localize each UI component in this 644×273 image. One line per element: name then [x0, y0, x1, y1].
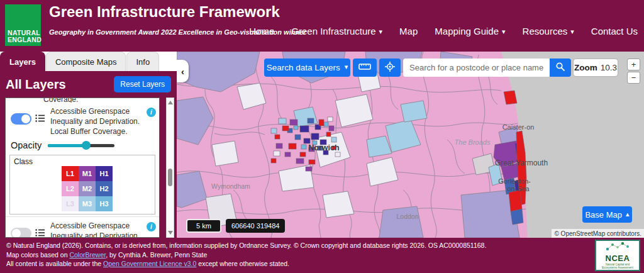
zoom-label: Zoom: [574, 63, 597, 72]
footer-line2-suffix: , by Cynthia A. Brewer, Penn State: [106, 251, 207, 259]
zoom-value: 10.3: [601, 63, 617, 72]
map-label-caister: Caister-on: [502, 123, 535, 131]
nav-mapping-guide[interactable]: Mapping Guide: [435, 26, 505, 36]
clipped-layer-text: Coverage.: [43, 98, 159, 103]
nav-contact-us[interactable]: Contact Us: [591, 26, 638, 36]
layer-list-icon[interactable]: [35, 114, 45, 125]
search-icon: [555, 62, 565, 74]
ncea-network-icon: [604, 242, 631, 254]
opacity-slider[interactable]: [48, 141, 114, 150]
layer-list-icon[interactable]: [35, 228, 45, 238]
class-cell-l2: L2: [62, 181, 79, 196]
class-cell-m3: M3: [79, 196, 96, 211]
panel-scrollbar[interactable]: [166, 98, 174, 238]
ncea-acronym: NCEA: [606, 255, 630, 262]
ogl-licence-link[interactable]: Open Government Licence v3.0: [103, 260, 196, 267]
app-window: NATURAL ENGLAND Green Infrastructure Fra…: [0, 0, 644, 273]
measure-tool-button[interactable]: [353, 58, 377, 77]
layers-panel: Layers Composite Maps Info All Layers Re…: [0, 52, 177, 238]
class-cell-m1: M1: [79, 166, 96, 181]
footer-line3: All content is available under the Open …: [6, 259, 638, 269]
class-cell-h3: H3: [96, 196, 113, 211]
page-title: Green Infrastructure Framework: [49, 3, 280, 21]
nav-home[interactable]: Home: [249, 26, 274, 36]
reset-layers-button[interactable]: Reset Layers: [114, 76, 171, 92]
class-cell-m2: M2: [79, 181, 96, 196]
colorbrewer-link[interactable]: ColorBrewer: [69, 251, 106, 259]
ncea-logo: NCEA Natural Capital and Ecosystems Asse…: [595, 240, 640, 271]
footer-line3-suffix: except where otherwise stated.: [196, 260, 289, 267]
map-label-wymondham: Wymondham: [211, 182, 250, 190]
map-label-great-yarmouth: Great Yarmouth: [495, 159, 548, 167]
footer-line3-prefix: All content is available under the: [6, 260, 103, 267]
footer-line2: Map colors based on ColorBrewer, by Cynt…: [6, 250, 638, 260]
panel-title: All Layers: [6, 77, 66, 92]
nav-green-infrastructure[interactable]: Green Infrastructure: [291, 26, 382, 36]
class-cell-h1: H1: [96, 166, 113, 181]
map-label-gorleston-line2: on-Sea: [507, 185, 530, 192]
app-footer: © Natural England (2026). Contains, or i…: [0, 238, 644, 273]
layer-toggle[interactable]: [11, 113, 31, 125]
toggle-knob: [12, 229, 21, 238]
zoom-level-display: Zoom 10.3: [574, 59, 618, 76]
tab-info[interactable]: Info: [126, 52, 159, 71]
layer-name: Accessible Greenspace Inequality and Dep…: [48, 218, 148, 238]
nav-resources[interactable]: Resources: [523, 26, 574, 36]
footer-line2-prefix: Map colors based on: [6, 251, 69, 259]
tab-layers[interactable]: Layers: [0, 52, 45, 71]
layer-name: Accessible Greenspace Inequality and Dep…: [48, 104, 148, 138]
class-legend-grid: L1 M1 H1 L2 M2 H2 L3 M3 H3: [62, 166, 113, 211]
layer-toggle[interactable]: [11, 228, 31, 238]
scale-bar: 5 km: [186, 219, 221, 233]
zoom-in-button[interactable]: +: [627, 58, 640, 70]
app-header: NATURAL ENGLAND Green Infrastructure Fra…: [0, 0, 644, 52]
ncea-name: Natural Capital and Ecosystems Assessmen…: [599, 263, 636, 269]
map-label-loddon: Loddon: [396, 213, 418, 220]
layer-row-neighbourhood-buffer: Accessible Greenspace Inequality and Dep…: [6, 217, 159, 238]
map-canvas[interactable]: Norwich Caister-on Great Yarmouth Gorles…: [177, 52, 644, 238]
opacity-slider-thumb[interactable]: [82, 141, 91, 150]
class-cell-h2: H2: [96, 181, 113, 196]
map-container: Norwich Caister-on Great Yarmouth Gorles…: [177, 52, 644, 238]
osm-attribution: © OpenStreetMap contributors.: [552, 229, 644, 238]
layers-list: Coverage. Accessible Greenspace Inequali…: [5, 98, 160, 238]
place-search-input[interactable]: [403, 58, 550, 77]
map-label-gorleston-line1: Gorleston-: [498, 177, 531, 185]
panel-head: All Layers Reset Layers: [0, 71, 177, 98]
footer-line1: © Natural England (2026). Contains, or i…: [6, 241, 638, 250]
map-label-norwich: Norwich: [308, 143, 339, 152]
info-icon[interactable]: i: [147, 108, 156, 117]
panel-tabs: Layers Composite Maps Info: [0, 52, 177, 71]
zoom-out-button[interactable]: −: [627, 72, 640, 84]
geolocate-button[interactable]: [379, 58, 401, 77]
tab-composite-maps[interactable]: Composite Maps: [46, 52, 126, 71]
main-nav: Home Green Infrastructure Map Mapping Gu…: [249, 26, 638, 36]
nav-map[interactable]: Map: [399, 26, 418, 36]
scrollbar-thumb[interactable]: [168, 169, 172, 186]
natural-england-logo: NATURAL ENGLAND: [5, 4, 41, 46]
search-button[interactable]: [550, 58, 571, 77]
map-label-the-broads: The Broads: [455, 138, 491, 146]
toggle-knob: [21, 114, 30, 123]
info-icon[interactable]: i: [147, 222, 156, 231]
class-cell-l3: L3: [62, 196, 79, 211]
panel-collapse-button[interactable]: ‹: [177, 60, 189, 82]
crosshair-icon: [384, 61, 396, 74]
class-legend: Class L1 M1 H1 L2 M2 H2 L3 M3 H3: [9, 155, 155, 214]
class-cell-l1: L1: [62, 166, 79, 181]
class-legend-label: Class: [14, 157, 33, 166]
scroll-up-arrow-icon[interactable]: [168, 101, 173, 104]
opacity-row: Opacity: [6, 138, 159, 154]
logo-line2: ENGLAND: [8, 36, 38, 43]
opacity-slider-fill: [48, 144, 86, 147]
search-data-layers-button[interactable]: Search data Layers: [264, 58, 350, 77]
coordinates-readout: 606640 319484: [226, 219, 285, 233]
scroll-down-arrow-icon[interactable]: [168, 231, 173, 235]
base-map-button[interactable]: Base Map: [582, 206, 632, 223]
opacity-label: Opacity: [11, 140, 42, 150]
layer-row-local-buffer: Accessible Greenspace Inequality and Dep…: [6, 103, 159, 138]
ruler-icon: [358, 63, 371, 72]
